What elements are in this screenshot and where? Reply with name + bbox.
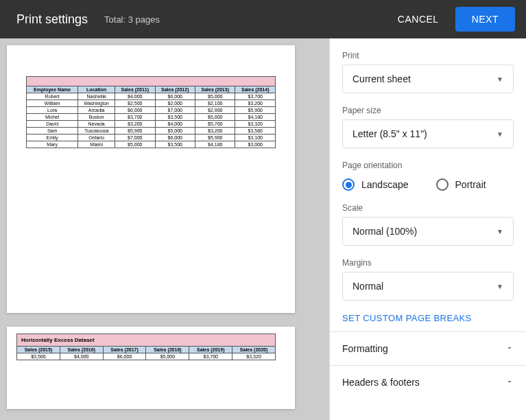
cancel-button[interactable]: CANCEL <box>387 7 450 32</box>
chevron-down-icon <box>505 343 514 354</box>
next-button[interactable]: NEXT <box>455 7 515 32</box>
print-label: Print <box>342 51 514 60</box>
print-preview-area[interactable]: Employee NameLocationSales (2011)Sales (… <box>0 38 329 420</box>
portrait-radio[interactable]: Portrait <box>436 178 486 191</box>
scale-label: Scale <box>342 203 514 213</box>
preview-table-2: Sales (2015)Sales (2016)Sales (2017)Sale… <box>16 346 276 360</box>
preview-table-1: Employee NameLocationSales (2011)Sales (… <box>26 76 276 148</box>
print-select[interactable]: Current sheet ▼ <box>342 65 514 93</box>
preview-page-1: Employee NameLocationSales (2011)Sales (… <box>7 45 295 313</box>
formatting-expander[interactable]: Formatting <box>330 332 526 365</box>
header-bar: Print settings Total: 3 pages CANCEL NEX… <box>0 0 526 38</box>
radio-unchecked-icon <box>436 178 449 191</box>
scale-select[interactable]: Normal (100%) ▼ <box>342 217 514 246</box>
total-pages: Total: 3 pages <box>104 14 160 25</box>
preview-page-2: Horizontally Excess Dataset Sales (2015)… <box>7 327 295 409</box>
settings-sidebar: Print Current sheet ▼ Paper size Letter … <box>329 38 526 420</box>
chevron-down-icon <box>505 377 514 388</box>
chevron-down-icon: ▼ <box>497 283 503 290</box>
margins-select[interactable]: Normal ▼ <box>342 272 514 301</box>
paper-size-select[interactable]: Letter (8.5" x 11") ▼ <box>342 119 514 148</box>
orientation-label: Page orientation <box>342 161 514 170</box>
page-title: Print settings <box>16 12 88 27</box>
custom-page-breaks-button[interactable]: SET CUSTOM PAGE BREAKS <box>330 313 484 331</box>
headers-footers-expander[interactable]: Headers & footers <box>330 366 526 399</box>
paper-size-label: Paper size <box>342 106 514 115</box>
chevron-down-icon: ▼ <box>497 130 503 138</box>
dataset-title: Horizontally Excess Dataset <box>16 334 276 346</box>
radio-checked-icon <box>342 178 355 191</box>
chevron-down-icon: ▼ <box>497 75 503 83</box>
margins-label: Margins <box>342 258 514 268</box>
landscape-radio[interactable]: Landscape <box>342 178 409 191</box>
chevron-down-icon: ▼ <box>497 228 503 235</box>
